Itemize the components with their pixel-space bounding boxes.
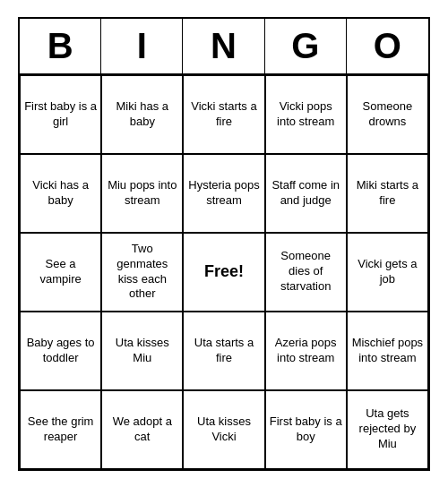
bingo-cell-r2c3[interactable]: Hysteria pops stream (183, 154, 264, 233)
bingo-letter-i: I (101, 19, 183, 73)
bingo-cell-r5c3[interactable]: Uta kisses Vicki (183, 390, 264, 469)
bingo-cell-r3c1[interactable]: See a vampire (20, 233, 101, 312)
bingo-cell-r3c5[interactable]: Vicki gets a job (347, 233, 428, 312)
bingo-grid: First baby is a girlMiki has a babyVicki… (20, 75, 428, 469)
bingo-cell-r3c4[interactable]: Someone dies of starvation (265, 233, 347, 312)
bingo-cell-r3c2[interactable]: Two genmates kiss each other (101, 233, 183, 312)
bingo-cell-r4c1[interactable]: Baby ages to toddler (20, 312, 101, 390)
bingo-card: BINGO First baby is a girlMiki has a bab… (18, 17, 430, 471)
bingo-header: BINGO (20, 19, 428, 75)
bingo-cell-r3c3[interactable]: Free! (183, 233, 264, 312)
bingo-cell-r1c5[interactable]: Someone drowns (347, 75, 428, 154)
bingo-letter-g: G (265, 19, 347, 73)
bingo-cell-r5c1[interactable]: See the grim reaper (20, 390, 101, 469)
bingo-cell-r2c5[interactable]: Miki starts a fire (347, 154, 428, 233)
bingo-cell-r2c4[interactable]: Staff come in and judge (265, 154, 347, 233)
bingo-letter-b: B (20, 19, 101, 73)
bingo-cell-r1c1[interactable]: First baby is a girl (20, 75, 101, 154)
bingo-letter-n: N (183, 19, 264, 73)
bingo-letter-o: O (347, 19, 428, 73)
bingo-cell-r1c3[interactable]: Vicki starts a fire (183, 75, 264, 154)
bingo-cell-r4c3[interactable]: Uta starts a fire (183, 312, 264, 390)
bingo-cell-r4c4[interactable]: Azeria pops into stream (265, 312, 347, 390)
bingo-cell-r1c2[interactable]: Miki has a baby (101, 75, 183, 154)
bingo-cell-r2c2[interactable]: Miu pops into stream (101, 154, 183, 233)
bingo-cell-r2c1[interactable]: Vicki has a baby (20, 154, 101, 233)
bingo-cell-r5c5[interactable]: Uta gets rejected by Miu (347, 390, 428, 469)
bingo-cell-r4c5[interactable]: Mischief pops into stream (347, 312, 428, 390)
bingo-cell-r5c4[interactable]: First baby is a boy (265, 390, 347, 469)
bingo-cell-r4c2[interactable]: Uta kisses Miu (101, 312, 183, 390)
bingo-cell-r5c2[interactable]: We adopt a cat (101, 390, 183, 469)
bingo-cell-r1c4[interactable]: Vicki pops into stream (265, 75, 347, 154)
